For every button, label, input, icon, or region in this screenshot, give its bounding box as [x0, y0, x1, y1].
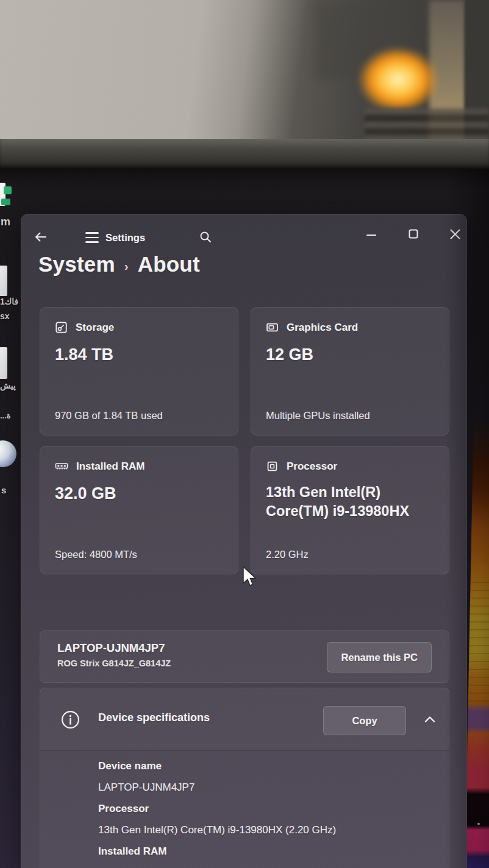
- processor-icon: [266, 460, 279, 473]
- storage-card: Storage 1.84 TB 970 GB of 1.84 TB used: [40, 307, 238, 436]
- copy-button[interactable]: Copy: [323, 706, 406, 735]
- card-caption: 2.20 GHz: [266, 549, 309, 560]
- card-caption: Speed: 4800 MT/s: [55, 549, 137, 560]
- card-value: 32.0 GB: [55, 483, 223, 504]
- minimize-button[interactable]: [362, 225, 381, 245]
- back-arrow-icon: [34, 230, 48, 244]
- background-shelf: [365, 108, 489, 141]
- processor-card: Processor 13th Gen Intel(R) Core(TM) i9-…: [251, 446, 449, 574]
- close-button[interactable]: [445, 224, 465, 244]
- app-icon-fragment: [4, 186, 12, 194]
- minimize-icon: [366, 230, 376, 240]
- card-value: 1.84 TB: [55, 344, 223, 365]
- card-value: 12 GB: [266, 344, 434, 365]
- spec-label: Processor: [98, 798, 437, 819]
- installed-ram-card: Installed RAM 32.0 GB Speed: 4800 MT/s: [40, 446, 238, 574]
- spec-label: Device name: [98, 755, 437, 777]
- spec-value: LAPTOP-UJNM4JP7: [98, 777, 437, 798]
- desktop-icon-label: s: [1, 485, 6, 495]
- card-title: Installed RAM: [76, 460, 145, 473]
- storage-icon: [55, 321, 68, 334]
- document-icon: [0, 347, 7, 379]
- ram-icon: [55, 460, 68, 473]
- spec-value: 13th Gen Intel(R) Core(TM) i9-13980HX (2…: [98, 819, 437, 841]
- photo-of-laptop-screen: m 1فاك sx پیش ...ة s Settings: [0, 0, 489, 868]
- graphics-card-card: Graphics Card 12 GB Multiple GPUs instal…: [251, 307, 449, 436]
- card-title: Processor: [287, 460, 337, 473]
- document-icon: [0, 266, 7, 296]
- breadcrumb-system[interactable]: System: [38, 252, 115, 277]
- device-specifications-title: Device specifications: [98, 711, 210, 724]
- desktop-icon-sublabel: ...ة: [0, 411, 11, 420]
- search-icon: [199, 230, 212, 244]
- card-caption: 970 GB of 1.84 TB used: [55, 410, 163, 422]
- desktop-icon-label: پیش: [0, 381, 16, 390]
- maximize-icon: [408, 228, 419, 239]
- navigation-menu-button[interactable]: [84, 230, 101, 245]
- wallpaper-highlight-dot: [477, 823, 480, 825]
- desktop-icon-label: m: [1, 216, 10, 228]
- card-caption: Multiple GPUs installed: [266, 410, 370, 422]
- rename-pc-button[interactable]: Rename this PC: [327, 642, 432, 672]
- settings-window: Settings System › About: [21, 214, 467, 868]
- device-specifications-body: Device name LAPTOP-UJNM4JP7 Processor 13…: [40, 750, 449, 868]
- hamburger-menu-icon: [85, 232, 99, 233]
- pc-name: LAPTOP-UJNM4JP7: [57, 641, 165, 655]
- card-value: 13th Gen Intel(R) Core(TM) i9-13980HX: [266, 483, 434, 520]
- app-title: Settings: [105, 232, 145, 244]
- device-specifications-header[interactable]: Device specifications Copy: [40, 688, 449, 750]
- close-icon: [449, 228, 461, 240]
- breadcrumb: System › About: [38, 252, 200, 277]
- search-button[interactable]: [196, 227, 215, 247]
- breadcrumb-about: About: [138, 252, 200, 277]
- app-icon-fragment: [1, 199, 10, 205]
- maximize-button[interactable]: [404, 224, 423, 244]
- mouse-cursor: [241, 566, 260, 588]
- graphics-card-icon: [266, 321, 279, 334]
- desktop-icon-label: 1فاك: [0, 297, 18, 306]
- spec-list: Device name LAPTOP-UJNM4JP7 Processor 13…: [98, 755, 437, 862]
- info-icon: [61, 710, 80, 729]
- card-title: Storage: [76, 322, 114, 334]
- desktop-icon-sublabel: sx: [0, 311, 10, 321]
- lamp-glow: [357, 46, 439, 113]
- laptop-lid-edge: [0, 139, 489, 169]
- screen-top-shadow: [0, 169, 489, 190]
- pc-name-row: LAPTOP-UJNM4JP7 ROG Strix G814JZ_G814JZ …: [40, 630, 449, 683]
- pc-model: ROG Strix G814JZ_G814JZ: [57, 658, 171, 668]
- summary-cards-grid: Storage 1.84 TB 970 GB of 1.84 TB used G…: [40, 307, 449, 574]
- breadcrumb-separator-icon: ›: [124, 255, 129, 273]
- back-button[interactable]: [31, 227, 51, 247]
- spec-label: Installed RAM: [98, 841, 437, 862]
- card-title: Graphics Card: [287, 322, 358, 334]
- chevron-up-icon[interactable]: [423, 714, 437, 725]
